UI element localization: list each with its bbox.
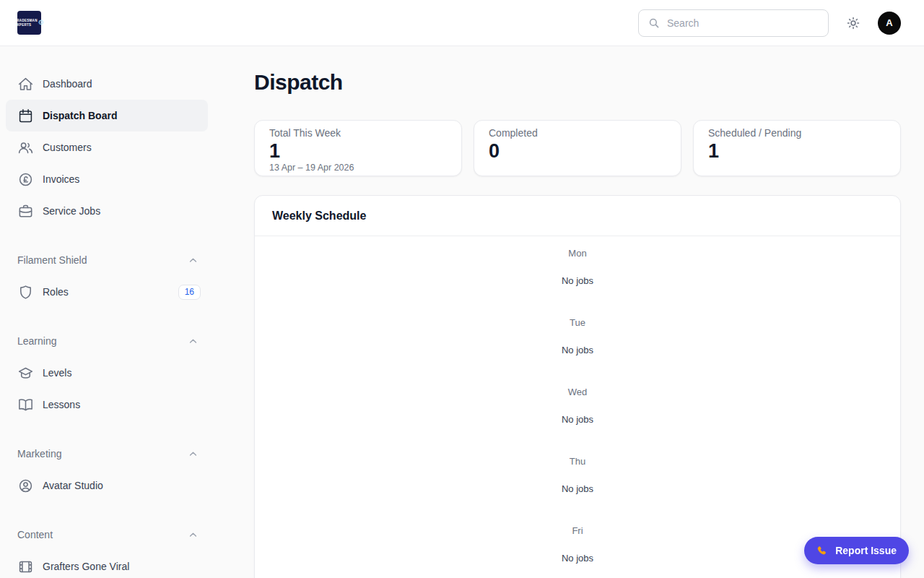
stat-label: Scheduled / Pending: [708, 127, 886, 139]
day-name: Thu: [570, 456, 585, 467]
stat-value: 1: [269, 140, 447, 162]
sidebar-nav: Dashboard Dispatch Board Customers: [6, 68, 208, 578]
day-name: Mon: [568, 248, 586, 259]
academic-cap-icon: [17, 365, 34, 381]
gear-icon: ⚙: [38, 20, 44, 26]
sidebar-group-marketing: Marketing Avatar Studio: [6, 447, 208, 501]
sidebar-item-label: Dashboard: [43, 78, 92, 90]
chevron-up-icon: [187, 254, 199, 267]
day-name: Fri: [572, 525, 583, 536]
app-logo-text: TRADESMAN EXPERTS: [14, 19, 37, 27]
group-header-learning[interactable]: Learning: [6, 334, 208, 348]
report-issue-label: Report Issue: [835, 545, 897, 556]
search-box: [638, 9, 829, 37]
chevron-up-icon: [187, 529, 199, 541]
chevron-up-icon: [187, 448, 199, 460]
sidebar-item-label: Grafters Gone Viral: [43, 561, 129, 572]
topbar: TRADESMAN EXPERTS ⚙ A: [0, 0, 924, 46]
group-label: Content: [17, 529, 53, 540]
weekly-schedule-card: Weekly Schedule Mon No jobs Tue No jobs …: [254, 195, 901, 578]
sidebar-item-customers[interactable]: Customers: [6, 131, 208, 163]
sidebar-group-filament-shield: Filament Shield Roles 16: [6, 253, 208, 308]
sidebar-item-label: Invoices: [43, 173, 79, 185]
stat-label: Completed: [489, 127, 666, 139]
calendar-icon: [17, 108, 34, 124]
report-issue-button[interactable]: Report Issue: [804, 537, 909, 564]
sidebar: Dashboard Dispatch Board Customers: [0, 46, 231, 578]
sun-icon: [846, 16, 860, 30]
app-logo[interactable]: TRADESMAN EXPERTS ⚙: [17, 11, 41, 35]
film-icon: [17, 558, 34, 575]
sidebar-item-lessons[interactable]: Lessons: [6, 389, 208, 420]
group-label: Marketing: [17, 448, 61, 460]
users-icon: [17, 139, 34, 156]
schedule-day-row-wed: Wed No jobs: [255, 375, 900, 444]
page-title: Dispatch: [254, 69, 901, 95]
sidebar-item-label: Levels: [43, 367, 71, 379]
sidebar-item-label: Customers: [43, 142, 92, 153]
search-input[interactable]: [667, 17, 819, 29]
group-header-marketing[interactable]: Marketing: [6, 447, 208, 461]
book-open-icon: [17, 397, 34, 413]
sidebar-item-label: Lessons: [43, 399, 80, 410]
search-icon: [648, 17, 661, 30]
shield-icon: [17, 284, 34, 301]
day-status: No jobs: [562, 345, 593, 355]
stat-value: 1: [708, 140, 886, 162]
weekly-schedule-title: Weekly Schedule: [255, 196, 900, 236]
group-header-filament-shield[interactable]: Filament Shield: [6, 253, 208, 267]
sidebar-group-content: Content Grafters Gone Viral: [6, 527, 208, 578]
topbar-actions: A: [638, 9, 901, 37]
schedule-day-row-mon: Mon No jobs: [255, 236, 900, 306]
sidebar-item-service-jobs[interactable]: Service Jobs: [6, 195, 208, 227]
briefcase-icon: [17, 203, 34, 220]
sidebar-item-dispatch-board[interactable]: Dispatch Board: [6, 100, 208, 131]
main-content: Dispatch Total This Week 1 13 Apr – 19 A…: [231, 46, 924, 578]
stat-card-total-this-week: Total This Week 1 13 Apr – 19 Apr 2026: [254, 120, 462, 176]
logo-line-2: EXPERTS: [14, 23, 37, 27]
stat-card-scheduled-pending: Scheduled / Pending 1: [693, 120, 901, 176]
sidebar-item-label: Dispatch Board: [43, 110, 117, 121]
group-header-content[interactable]: Content: [6, 527, 208, 542]
group-label: Learning: [17, 335, 57, 347]
sidebar-item-grafters-gone-viral[interactable]: Grafters Gone Viral: [6, 551, 208, 578]
sidebar-group-learning: Learning Levels: [6, 334, 208, 420]
day-name: Wed: [568, 387, 588, 397]
sidebar-item-label: Avatar Studio: [43, 480, 103, 491]
stat-description: [489, 163, 666, 173]
user-avatar[interactable]: A: [878, 12, 901, 35]
day-name: Tue: [570, 317, 585, 328]
day-status: No jobs: [562, 275, 593, 286]
schedule-day-row-thu: Thu No jobs: [255, 444, 900, 514]
stat-card-completed: Completed 0: [474, 120, 681, 176]
schedule-day-row-fri: Fri No jobs: [255, 514, 900, 578]
home-icon: [17, 76, 34, 92]
day-status: No jobs: [562, 483, 593, 494]
stat-description: 13 Apr – 19 Apr 2026: [269, 163, 447, 173]
sidebar-item-label: Service Jobs: [43, 205, 100, 217]
group-label: Filament Shield: [17, 254, 87, 266]
chevron-up-icon: [187, 335, 199, 348]
day-status: No jobs: [562, 553, 593, 564]
sidebar-item-dashboard[interactable]: Dashboard: [6, 68, 208, 100]
stat-value: 0: [489, 140, 666, 162]
user-circle-icon: [17, 478, 34, 494]
stat-description: [708, 163, 886, 173]
sidebar-item-roles[interactable]: Roles 16: [6, 276, 208, 308]
sidebar-item-label: Roles: [43, 286, 69, 298]
app-layout: Dashboard Dispatch Board Customers: [0, 46, 924, 578]
stat-label: Total This Week: [269, 127, 447, 139]
sidebar-item-invoices[interactable]: Invoices: [6, 163, 208, 195]
phone-icon: [816, 545, 829, 557]
sidebar-item-avatar-studio[interactable]: Avatar Studio: [6, 470, 208, 501]
day-status: No jobs: [562, 414, 593, 425]
roles-count-badge: 16: [178, 285, 201, 300]
currency-pound-icon: [17, 171, 34, 188]
sidebar-item-levels[interactable]: Levels: [6, 357, 208, 389]
theme-toggle-button[interactable]: [846, 16, 860, 30]
stats-grid: Total This Week 1 13 Apr – 19 Apr 2026 C…: [254, 120, 901, 176]
schedule-day-row-tue: Tue No jobs: [255, 306, 900, 375]
